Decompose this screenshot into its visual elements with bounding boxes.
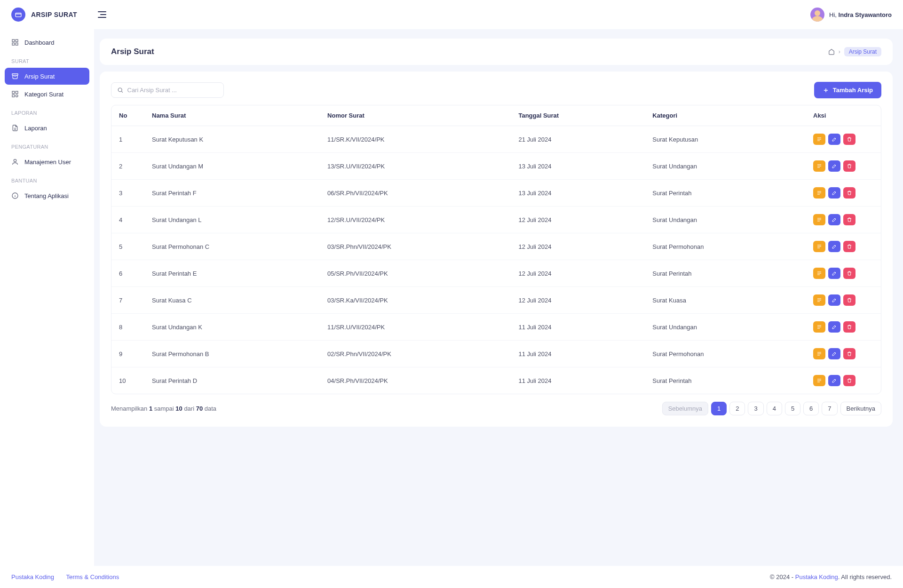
edit-button[interactable] xyxy=(828,348,840,359)
page-number-button[interactable]: 5 xyxy=(785,402,800,415)
user-icon xyxy=(11,158,19,166)
delete-button[interactable] xyxy=(843,348,855,359)
svg-rect-6 xyxy=(12,91,15,94)
home-icon[interactable] xyxy=(828,48,835,55)
delete-button[interactable] xyxy=(843,134,855,145)
view-button[interactable] xyxy=(813,214,825,225)
th-kategori: Kategori xyxy=(645,105,806,126)
cell-nomor: 03/SR.Phn/VII/2024/PK xyxy=(320,233,511,260)
view-button[interactable] xyxy=(813,187,825,199)
svg-rect-0 xyxy=(16,13,21,17)
footer-copy-link[interactable]: Pustaka Koding xyxy=(795,573,838,580)
delete-button[interactable] xyxy=(843,160,855,172)
page-number-button[interactable]: 7 xyxy=(822,402,837,415)
view-button[interactable] xyxy=(813,160,825,172)
page-number-button[interactable]: 3 xyxy=(748,402,763,415)
delete-button[interactable] xyxy=(843,241,855,252)
view-button[interactable] xyxy=(813,268,825,279)
page-prev-button[interactable]: Sebelumnya xyxy=(662,402,708,415)
edit-button[interactable] xyxy=(828,187,840,199)
cell-no: 9 xyxy=(111,341,144,367)
delete-button[interactable] xyxy=(843,294,855,306)
search-box[interactable] xyxy=(111,82,224,98)
sidebar-item-manajemen-user[interactable]: Manajemen User xyxy=(5,153,89,170)
add-arsip-button[interactable]: Tambah Arsip xyxy=(814,82,881,98)
sidebar-item-arsip-surat[interactable]: Arsip Surat xyxy=(5,68,89,85)
delete-button[interactable] xyxy=(843,214,855,225)
page-number-button[interactable]: 6 xyxy=(803,402,819,415)
cell-tanggal: 13 Juli 2024 xyxy=(511,153,645,180)
cell-aksi xyxy=(806,341,881,367)
cell-nama: Surat Undangan M xyxy=(144,153,320,180)
search-input[interactable] xyxy=(127,87,218,94)
sidebar-section-surat: SURAT xyxy=(5,52,89,67)
delete-button[interactable] xyxy=(843,187,855,199)
list-icon xyxy=(816,190,822,196)
page-next-button[interactable]: Berikutnya xyxy=(840,402,881,415)
th-no: No xyxy=(111,105,144,126)
table-row: 4 Surat Undangan L 12/SR.U/VII/2024/PK 1… xyxy=(111,207,881,233)
svg-point-12 xyxy=(118,88,122,92)
cell-no: 5 xyxy=(111,233,144,260)
svg-point-9 xyxy=(16,95,18,97)
cell-kategori: Surat Kuasa xyxy=(645,287,806,314)
edit-button[interactable] xyxy=(828,375,840,386)
sidebar-item-dashboard[interactable]: Dashboard xyxy=(5,34,89,51)
trash-icon xyxy=(847,217,852,222)
cell-aksi xyxy=(806,153,881,180)
trash-icon xyxy=(847,324,852,330)
edit-button[interactable] xyxy=(828,294,840,306)
cell-no: 1 xyxy=(111,126,144,153)
view-button[interactable] xyxy=(813,294,825,306)
delete-button[interactable] xyxy=(843,321,855,333)
svg-rect-4 xyxy=(16,43,18,45)
cell-nama: Surat Perintah D xyxy=(144,367,320,394)
footer-link-terms[interactable]: Terms & Conditions xyxy=(66,573,119,580)
archive-icon xyxy=(11,72,19,80)
trash-icon xyxy=(847,270,852,276)
edit-icon xyxy=(832,244,837,249)
edit-icon xyxy=(832,163,837,169)
trash-icon xyxy=(847,351,852,357)
app-logo-icon xyxy=(11,8,25,22)
view-button[interactable] xyxy=(813,348,825,359)
edit-button[interactable] xyxy=(828,321,840,333)
cell-nama: Surat Undangan L xyxy=(144,207,320,233)
cell-no: 2 xyxy=(111,153,144,180)
page-number-button[interactable]: 4 xyxy=(767,402,782,415)
cell-nomor: 02/SR.Phn/VII/2024/PK xyxy=(320,341,511,367)
edit-button[interactable] xyxy=(828,241,840,252)
edit-button[interactable] xyxy=(828,214,840,225)
menu-toggle-icon[interactable] xyxy=(98,11,106,18)
user-menu[interactable]: Hi, Indra Styawantoro xyxy=(810,8,892,22)
cell-kategori: Surat Undangan xyxy=(645,153,806,180)
edit-button[interactable] xyxy=(828,268,840,279)
view-button[interactable] xyxy=(813,321,825,333)
sidebar-item-kategori-surat[interactable]: Kategori Surat xyxy=(5,86,89,103)
cell-no: 7 xyxy=(111,287,144,314)
grid-icon xyxy=(11,39,19,46)
topbar: ARSIP SURAT Hi, Indra Styawantoro xyxy=(0,0,903,29)
avatar xyxy=(810,8,824,22)
cell-aksi xyxy=(806,207,881,233)
view-button[interactable] xyxy=(813,375,825,386)
page-number-button[interactable]: 1 xyxy=(711,402,727,415)
edit-button[interactable] xyxy=(828,160,840,172)
edit-button[interactable] xyxy=(828,134,840,145)
view-button[interactable] xyxy=(813,134,825,145)
page-number-button[interactable]: 2 xyxy=(729,402,745,415)
sidebar-item-laporan[interactable]: Laporan xyxy=(5,119,89,136)
view-button[interactable] xyxy=(813,241,825,252)
cell-nomor: 05/SR.Ph/VII/2024/PK xyxy=(320,260,511,287)
delete-button[interactable] xyxy=(843,375,855,386)
th-aksi: Aksi xyxy=(806,105,881,126)
chevron-right-icon: › xyxy=(839,48,840,55)
cell-kategori: Surat Perintah xyxy=(645,260,806,287)
cell-aksi xyxy=(806,314,881,341)
list-icon xyxy=(816,244,822,249)
delete-button[interactable] xyxy=(843,268,855,279)
footer-link-pustaka[interactable]: Pustaka Koding xyxy=(11,573,54,580)
sidebar-item-tentang-aplikasi[interactable]: Tentang Aplikasi xyxy=(5,187,89,204)
add-arsip-label: Tambah Arsip xyxy=(833,87,873,94)
page-title: Arsip Surat xyxy=(111,47,154,56)
